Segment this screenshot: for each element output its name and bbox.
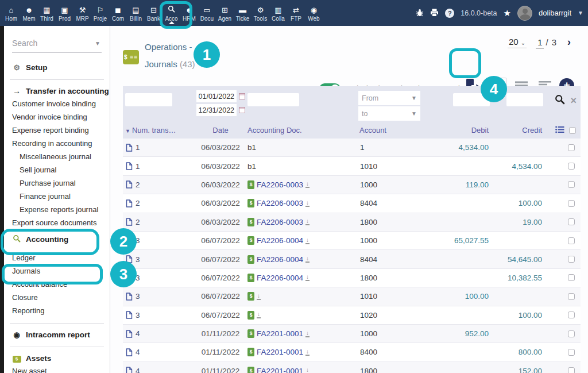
clear-filters-button[interactable]: × (570, 96, 577, 105)
filter-debit-input[interactable] (453, 93, 490, 106)
topnav-item-prod[interactable]: ▣ Prod (56, 3, 74, 22)
sidebar-item-customer-invoice-binding[interactable]: Customer invoice binding (4, 97, 110, 110)
filter-credit-input[interactable] (506, 93, 543, 106)
sidebar-search-input[interactable]: Search ▼ (12, 34, 102, 53)
table-row[interactable]: 3 06/07/2022 $↓ 1010 100.00 (123, 287, 581, 306)
username-label[interactable]: dolibarrgit (539, 9, 571, 17)
accounting-doc-link[interactable]: FA2206-0004 (257, 236, 303, 245)
sidebar-item-miscellaneous-journal[interactable]: Miscellaneous journal (4, 150, 110, 163)
accounting-doc-link[interactable]: FA2206-0003 (257, 199, 303, 207)
table-row[interactable]: 4 01/11/2022 $FA2201-0001↓ 8400 800.00 (123, 343, 581, 362)
sidebar-item-closure[interactable]: Closure (4, 291, 110, 304)
row-checkbox[interactable] (568, 256, 575, 263)
row-checkbox[interactable] (568, 144, 575, 151)
calendar-icon[interactable] (239, 107, 245, 113)
sidebar-item-purchase-journal[interactable]: Purchase journal (4, 176, 110, 190)
table-row[interactable]: 2 06/03/2022 $FA2206-0003↓ 1000 119.00 (123, 176, 581, 194)
calendar-icon[interactable] (239, 93, 245, 99)
table-row[interactable]: 3 06/07/2022 $↓ 1020 100.00 (123, 306, 581, 325)
filter-accounting-doc-input[interactable] (247, 93, 299, 106)
topnav-item-ticke[interactable]: ▬ Ticke (234, 3, 252, 22)
printer-icon[interactable] (430, 9, 439, 18)
table-row[interactable]: 4 01/11/2022 $FA2201-0001↓ 1000 952.00 (123, 325, 581, 343)
row-checkbox[interactable] (568, 181, 575, 188)
topnav-item-mrp[interactable]: ⚒ MRP (74, 3, 91, 22)
breadcrumb-operations[interactable]: Operations - (145, 42, 195, 52)
sidebar-section-setup[interactable]: ⚙Setup (4, 61, 110, 74)
column-selector-icon[interactable] (555, 126, 564, 135)
page-size-select[interactable]: 20 ⌄ (508, 37, 527, 48)
select-all-checkbox[interactable] (569, 127, 576, 134)
filter-num-trans-input[interactable] (125, 93, 172, 106)
download-icon[interactable]: ↓ (305, 237, 310, 244)
sidebar-item-journals[interactable]: Journals (4, 264, 110, 278)
download-icon[interactable]: ↓ (305, 181, 310, 188)
download-icon[interactable]: ↓ (305, 367, 310, 373)
topnav-item-bank[interactable]: ⊟ Bank (145, 3, 163, 22)
sidebar-item-ledger[interactable]: Ledger (4, 251, 110, 264)
topnav-item-colla[interactable]: ▥ Colla (269, 3, 287, 22)
topnav-item-tools[interactable]: ⚙ Tools (252, 3, 269, 22)
sidebar-section-transfer-in-accounting[interactable]: →Transfer in accounting (4, 84, 110, 97)
topnav-item-mem[interactable]: ☻ Mem (20, 3, 38, 22)
row-checkbox[interactable] (568, 163, 575, 170)
topnav-item-acco[interactable]: Acco (163, 3, 180, 22)
accounting-doc-link[interactable]: FA2206-0003 (257, 180, 303, 189)
sidebar-item-expense-reports-journal[interactable]: Expense reports journal (4, 203, 110, 216)
apply-search-button[interactable] (555, 94, 565, 106)
download-icon[interactable]: ↓ (305, 330, 310, 337)
sidebar-item-sell-journal[interactable]: Sell journal (4, 163, 110, 176)
sidebar-section-assets[interactable]: $Assets (4, 352, 110, 364)
row-checkbox[interactable] (568, 218, 575, 225)
topnav-item-docu[interactable]: ▭ Docu (198, 3, 216, 22)
sidebar-item-reporting[interactable]: Reporting (4, 304, 110, 317)
table-row[interactable]: 1 06/03/2022 b1 1010 4,534.00 (123, 157, 581, 175)
topnav-item-web[interactable]: ◉ Web (305, 3, 323, 22)
bug-icon[interactable] (416, 9, 424, 18)
sidebar-item-vendor-invoice-binding[interactable]: Vendor invoice binding (4, 110, 110, 124)
topnav-item-hrm[interactable]: ☻ HRM (180, 3, 198, 22)
sidebar-item-export-source-documents[interactable]: Export source documents (4, 216, 110, 229)
sidebar-item-account-balance[interactable]: Account balance (4, 278, 110, 291)
user-menu-chevron-icon[interactable]: ▼ (578, 10, 583, 16)
table-row[interactable]: 4 01/11/2022 $FA2201-0001↓ 1800 152.00 (123, 362, 581, 373)
table-row[interactable]: 3 06/07/2022 $FA2206-0004↓ 1800 10,382.5… (123, 269, 581, 287)
topnav-item-com[interactable]: ◼ Com (109, 3, 127, 22)
column-header-account[interactable]: Account (358, 126, 443, 134)
column-header-accounting-doc[interactable]: Accounting Doc. (246, 126, 358, 134)
row-checkbox[interactable] (568, 274, 575, 281)
sidebar-item-recording-in-accounting[interactable]: Recording in accounting (4, 137, 110, 150)
breadcrumb-journals[interactable]: Journals (145, 59, 177, 69)
accounting-doc-link[interactable]: FA2206-0003 (257, 218, 303, 226)
accounting-doc-link[interactable]: FA2206-0004 (257, 274, 303, 282)
column-header-date[interactable]: Date (195, 126, 246, 134)
user-avatar[interactable] (517, 6, 532, 21)
next-page-button[interactable]: › (567, 36, 571, 48)
topnav-item-ftp[interactable]: ⇄ FTP (287, 3, 305, 22)
row-checkbox[interactable] (568, 330, 575, 337)
table-row[interactable]: 3 06/07/2022 $FA2206-0004↓ 8404 54,645.0… (123, 250, 581, 268)
table-row[interactable]: 2 06/03/2022 $FA2206-0003↓ 1800 19.00 (123, 213, 581, 232)
current-page[interactable]: 1 (536, 37, 544, 49)
table-row[interactable]: 3 06/07/2022 $FA2206-0004↓ 1000 65,027.5… (123, 232, 581, 250)
sidebar-item-new-asset[interactable]: New asset (4, 364, 110, 373)
sidebar-item-finance-journal[interactable]: Finance journal (4, 190, 110, 203)
topnav-item-billin[interactable]: ▤ Billin (127, 3, 145, 22)
download-icon[interactable]: ↓ (305, 349, 310, 356)
accounting-doc-link[interactable]: FA2201-0001 (257, 329, 303, 338)
column-header-num-trans[interactable]: ▼Num. trans… (123, 126, 195, 134)
download-icon[interactable]: ↓ (305, 274, 310, 281)
filter-date-to-input[interactable] (196, 104, 237, 116)
accounting-doc-link[interactable]: FA2201-0001 (257, 367, 303, 373)
accounting-doc-link[interactable]: FA2201-0001 (257, 348, 303, 356)
column-header-credit[interactable]: Credit (492, 126, 546, 134)
bookmark-star-icon[interactable]: ★ (504, 8, 511, 18)
help-icon[interactable]: ? (445, 9, 454, 18)
row-checkbox[interactable] (568, 367, 575, 373)
filter-account-to-select[interactable]: to▼ (358, 106, 420, 121)
row-checkbox[interactable] (568, 312, 575, 318)
row-checkbox[interactable] (568, 349, 575, 356)
topnav-item-hom[interactable]: ⌂ Hom (2, 3, 20, 22)
row-checkbox[interactable] (568, 200, 575, 207)
download-icon[interactable]: ↓ (305, 200, 310, 207)
